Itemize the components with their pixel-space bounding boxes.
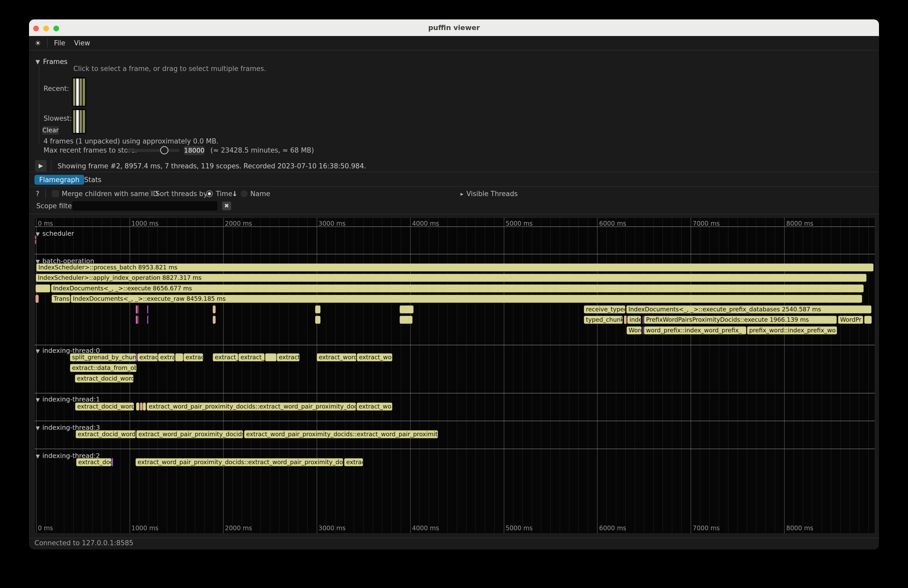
tab-flamegraph[interactable]: Flamegraph — [34, 175, 84, 185]
flame-scope[interactable]: typed_chunk::w — [584, 316, 623, 324]
flame-scope[interactable]: extract_wo — [357, 403, 392, 411]
flame-scope[interactable]: PrefixWordPairsProximityDocids::execute … — [644, 316, 837, 324]
flame-scope[interactable]: IndexScheduler>::apply_index_operation 8… — [36, 274, 866, 282]
clear-frames-button[interactable]: Clear — [42, 126, 59, 135]
flame-scope[interactable] — [136, 305, 137, 313]
menu-file[interactable]: File — [54, 39, 65, 47]
collapse-arrow-icon: ▼ — [36, 231, 40, 237]
tab-stats[interactable]: Stats — [80, 175, 106, 185]
axis-tick-label: 3000 ms — [319, 525, 346, 532]
thread-label-indexing-thread:1[interactable]: ▼indexing-thread:1 — [36, 395, 100, 403]
sort-by-time-radio[interactable] — [206, 190, 213, 197]
flame-scope[interactable] — [399, 305, 414, 313]
flame-scope[interactable]: extract_word — [317, 353, 356, 361]
flame-scope[interactable] — [864, 316, 872, 324]
flame-scope[interactable]: extract_word_pair_proximity_docids::extr… — [244, 430, 438, 438]
flame-scope[interactable]: extract — [277, 353, 299, 361]
flame-scope[interactable]: Word — [626, 326, 642, 334]
flame-scope[interactable] — [626, 316, 627, 324]
flame-scope[interactable] — [175, 353, 183, 361]
flame-scope[interactable]: IndexDocuments<_, _>::execute_prefix_dat… — [626, 305, 871, 313]
flame-scope[interactable]: extract_docid_word — [75, 374, 134, 382]
menu-view[interactable]: View — [74, 39, 90, 47]
max-frames-value[interactable]: 18000 — [184, 146, 204, 155]
flame-scope[interactable] — [138, 305, 138, 313]
flame-scope[interactable]: extract_docid_word — [75, 403, 134, 411]
flame-scope[interactable] — [35, 235, 36, 239]
flame-scope[interactable]: extract_word_pair_proximity_docids::extr… — [135, 458, 343, 466]
flame-scope[interactable]: IndexScheduler>::process_batch 8953.821 … — [36, 263, 874, 272]
flame-scope[interactable]: word_prefix::index_word_prefix_ — [644, 326, 746, 334]
flame-scope[interactable] — [147, 305, 148, 313]
flame-scope[interactable] — [136, 316, 137, 324]
frame-bar[interactable] — [83, 110, 85, 133]
flame-scope[interactable] — [147, 316, 148, 324]
flame-scope[interactable]: extract_ — [213, 353, 238, 361]
flame-scope[interactable]: extrac — [344, 458, 363, 466]
frames-collapsing-header[interactable]: ▼ Frames — [35, 58, 68, 66]
flame-scope[interactable] — [140, 403, 143, 411]
flame-scope[interactable]: extract_wo — [357, 353, 392, 361]
frame-bar[interactable] — [76, 110, 79, 133]
flame-scope[interactable]: extract — [137, 353, 158, 361]
frame-bar[interactable] — [80, 79, 82, 106]
thread-label-scheduler[interactable]: ▼scheduler — [36, 230, 74, 237]
flame-scope[interactable] — [136, 403, 139, 411]
play-button[interactable]: ▶ — [35, 160, 47, 172]
flame-scope[interactable]: IndexDocuments<_, _>::execute_raw 8459.1… — [71, 295, 862, 303]
sort-direction-icon[interactable]: ↓ — [232, 190, 238, 198]
clear-filter-button[interactable]: ✖ — [222, 201, 231, 210]
visible-threads-header[interactable]: ▸ Visible Threads — [460, 190, 518, 198]
flame-scope[interactable]: extract_ — [238, 353, 264, 361]
recent-frames-thumbnail[interactable] — [72, 77, 86, 107]
sort-by-name-radio[interactable] — [241, 190, 248, 197]
frame-bar[interactable] — [83, 79, 85, 106]
help-button[interactable]: ? — [36, 190, 39, 198]
flame-scope[interactable]: extract_doc — [76, 458, 111, 466]
flame-scope[interactable]: extrac — [184, 353, 203, 361]
flame-scope[interactable] — [265, 353, 277, 361]
flame-scope[interactable]: extract::data_from_ob — [70, 364, 137, 372]
sort-by-name-label[interactable]: Name — [250, 190, 270, 198]
sort-by-time-label[interactable]: Time — [216, 190, 232, 198]
flame-scope[interactable]: index — [627, 316, 641, 324]
theme-toggle-icon[interactable]: ☀ — [35, 39, 41, 47]
frame-bar[interactable] — [73, 110, 76, 133]
flame-scope[interactable] — [143, 403, 146, 411]
flame-scope[interactable] — [35, 295, 39, 303]
flame-scope[interactable]: extract_docid_word — [76, 430, 136, 438]
flame-scope[interactable]: prefix_word::index_prefix_wo — [747, 326, 837, 334]
flame-scope[interactable] — [136, 353, 137, 361]
flame-scope[interactable]: split_grenad_by_chun — [70, 353, 136, 361]
scope-filter-input[interactable] — [72, 201, 217, 210]
flame-scope[interactable] — [315, 316, 320, 324]
flame-scope[interactable]: extract_word_pair_proximity_docids — [136, 430, 243, 438]
flame-scope[interactable] — [213, 316, 216, 324]
max-frames-slider-knob[interactable] — [160, 146, 168, 154]
flame-scope[interactable]: receive_typed_ — [584, 305, 625, 313]
flame-scope[interactable] — [315, 305, 320, 313]
frame-bar[interactable] — [80, 110, 82, 133]
frame-bar[interactable] — [76, 79, 79, 106]
merge-children-label[interactable]: Merge children with same ID — [62, 190, 158, 198]
flame-scope[interactable] — [35, 240, 36, 244]
flame-scope[interactable] — [624, 316, 626, 324]
title-bar[interactable]: puffin viewer — [29, 19, 879, 36]
flame-scope[interactable] — [642, 316, 644, 324]
slowest-frames-thumbnail[interactable] — [72, 109, 86, 134]
flame-scope[interactable]: extract_word_pair_proximity_docids::extr… — [147, 403, 356, 411]
flame-scope[interactable] — [138, 316, 138, 324]
merge-children-checkbox[interactable] — [52, 190, 59, 197]
flame-scope[interactable]: IndexDocuments<_, _>::execute 8656.677 m… — [51, 284, 864, 292]
flame-scope[interactable] — [112, 458, 113, 466]
flame-scope[interactable] — [213, 305, 216, 313]
flame-scope[interactable] — [399, 316, 412, 324]
flame-scope[interactable] — [35, 284, 50, 292]
flame-scope[interactable] — [642, 326, 644, 334]
flame-scope[interactable]: extra — [158, 353, 175, 361]
flame-scope[interactable]: WordPr — [838, 316, 863, 324]
max-frames-slider[interactable] — [127, 149, 180, 152]
flame-scope[interactable]: Trans — [52, 295, 70, 303]
flamegraph-canvas[interactable]: 0 ms0 ms1000 ms1000 ms2000 ms2000 ms3000… — [34, 218, 875, 533]
frame-bar[interactable] — [73, 79, 76, 106]
